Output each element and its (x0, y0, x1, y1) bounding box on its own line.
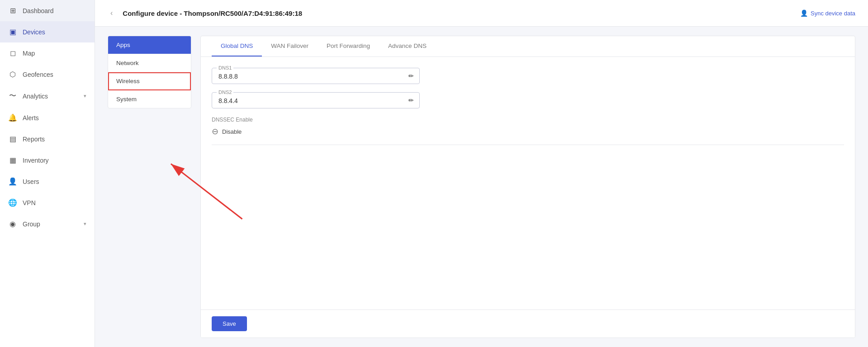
tab-advance-dns[interactable]: Advance DNS (379, 36, 436, 56)
sidebar-item-vpn[interactable]: 🌐 VPN (0, 192, 95, 213)
sidebar: ⊞ Dashboard ▣ Devices ◻ Map ⬡ Geofences … (0, 0, 95, 347)
devices-icon: ▣ (8, 28, 17, 36)
group-icon: ◉ (8, 220, 17, 228)
reports-icon: ▤ (8, 135, 17, 143)
dns1-field-group: DNS1 8.8.8.8 ✏ (212, 68, 844, 84)
tabs-bar: Global DNS WAN Failover Port Forwarding … (201, 36, 855, 57)
content-area: Apps Network Wireless System Global DNS … (95, 27, 868, 347)
dnssec-section: DNSSEC Enable ⊖ Disable (212, 117, 844, 136)
alerts-icon: 🔔 (8, 113, 17, 122)
menu-item-apps[interactable]: Apps (108, 36, 191, 54)
sidebar-item-geofences[interactable]: ⬡ Geofences (0, 64, 95, 85)
sidebar-item-users[interactable]: 👤 Users (0, 171, 95, 192)
sidebar-item-devices[interactable]: ▣ Devices (0, 21, 95, 42)
menu-item-wireless[interactable]: Wireless (108, 72, 191, 90)
dns2-field-wrapper: DNS2 8.8.4.4 ✏ (212, 92, 420, 108)
sync-button[interactable]: 👤 Sync device data (800, 9, 855, 17)
tab-port-forwarding[interactable]: Port Forwarding (318, 36, 379, 56)
tab-wan-failover[interactable]: WAN Failover (262, 36, 318, 56)
sidebar-item-map[interactable]: ◻ Map (0, 42, 95, 64)
inventory-icon: ▦ (8, 156, 17, 164)
analytics-icon: 〜 (8, 91, 17, 101)
sidebar-item-analytics[interactable]: 〜 Analytics ▾ (0, 85, 95, 107)
dnssec-label: DNSSEC Enable (212, 117, 844, 123)
dnssec-toggle[interactable]: ⊖ Disable (212, 127, 844, 136)
dns2-value: 8.8.4.4 (218, 97, 413, 104)
menu-item-network[interactable]: Network (108, 54, 191, 72)
geofences-icon: ⬡ (8, 70, 17, 79)
dns1-value: 8.8.8.8 (218, 73, 413, 80)
dns2-field-group: DNS2 8.8.4.4 ✏ (212, 92, 844, 108)
collapse-button[interactable]: ‹ (108, 8, 115, 18)
dns1-label: DNS1 (217, 65, 233, 70)
sidebar-item-reports[interactable]: ▤ Reports (0, 128, 95, 150)
tab-global-dns[interactable]: Global DNS (212, 36, 262, 56)
dns2-label: DNS2 (217, 89, 233, 95)
sidebar-item-alerts[interactable]: 🔔 Alerts (0, 107, 95, 128)
vpn-icon: 🌐 (8, 198, 17, 207)
page-title: Configure device - Thompson/RC500/A7:D4:… (123, 9, 302, 17)
sidebar-item-group[interactable]: ◉ Group ▾ (0, 213, 95, 234)
topbar: ‹ Configure device - Thompson/RC500/A7:D… (95, 0, 868, 27)
right-panel: Global DNS WAN Failover Port Forwarding … (200, 36, 855, 338)
sidebar-item-inventory[interactable]: ▦ Inventory (0, 150, 95, 171)
users-icon: 👤 (8, 177, 17, 186)
map-icon: ◻ (8, 49, 17, 57)
menu-item-system[interactable]: System (108, 90, 191, 108)
sync-icon: 👤 (800, 9, 808, 17)
dns1-field-wrapper: DNS1 8.8.8.8 ✏ (212, 68, 420, 84)
topbar-left: ‹ Configure device - Thompson/RC500/A7:D… (108, 8, 302, 18)
analytics-chevron: ▾ (84, 93, 86, 99)
tab-content-global-dns: DNS1 8.8.8.8 ✏ DNS2 8.8.4.4 ✏ DNSSEC Ena… (201, 57, 855, 309)
dns2-edit-icon[interactable]: ✏ (408, 97, 414, 104)
content-divider (212, 145, 844, 145)
save-button[interactable]: Save (212, 316, 247, 331)
main-area: ‹ Configure device - Thompson/RC500/A7:D… (95, 0, 868, 347)
dashboard-icon: ⊞ (8, 6, 17, 15)
left-menu: Apps Network Wireless System (108, 36, 191, 108)
sidebar-item-dashboard[interactable]: ⊞ Dashboard (0, 0, 95, 21)
dns1-edit-icon[interactable]: ✏ (408, 72, 414, 80)
dnssec-status: Disable (222, 128, 242, 135)
group-chevron: ▾ (84, 221, 86, 227)
bottom-bar: Save (201, 309, 855, 338)
dnssec-toggle-icon: ⊖ (212, 127, 218, 136)
